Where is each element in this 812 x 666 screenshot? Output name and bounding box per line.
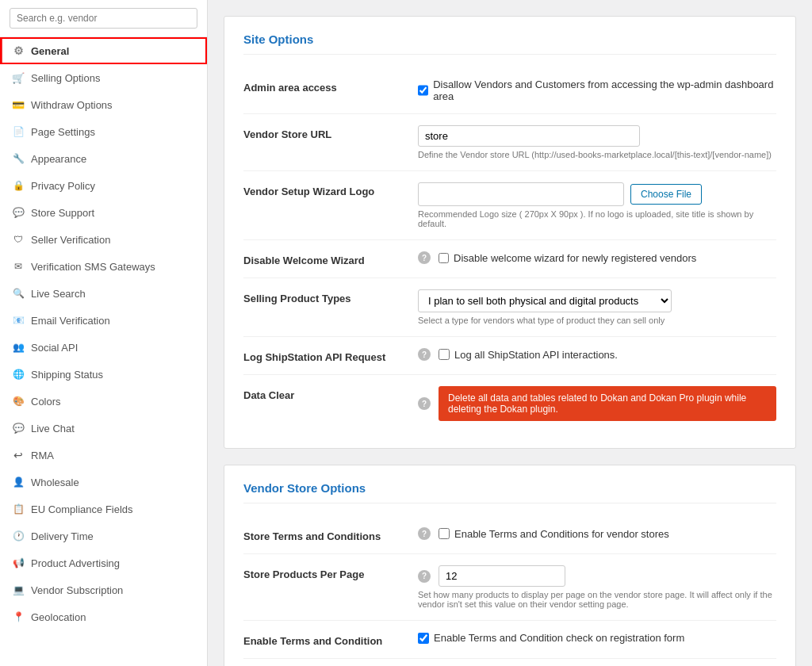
selling-product-types-select[interactable]: I plan to sell both physical and digital… <box>418 289 672 312</box>
admin-area-access-label: Admin area access <box>243 78 402 94</box>
sidebar-item-label: Social API <box>31 342 78 354</box>
cart-icon <box>12 71 25 84</box>
field-store-terms: Store Terms and Conditions ? Enable Term… <box>243 516 776 554</box>
store-terms-checkbox-label: Enable Terms and Conditions for vendor s… <box>454 528 669 540</box>
vendor-store-url-label: Vendor Store URL <box>243 125 402 140</box>
sidebar-item-delivery-time[interactable]: Delivery Time <box>0 522 207 549</box>
store-terms-control: ? Enable Terms and Conditions for vendor… <box>418 527 776 540</box>
store-products-per-page-desc: Set how many products to display per pag… <box>418 590 776 609</box>
advertising-icon <box>12 557 25 569</box>
sidebar-item-label: Live Search <box>31 288 86 300</box>
store-products-per-page-help-icon[interactable]: ? <box>418 570 431 583</box>
sidebar-item-page-settings[interactable]: Page Settings <box>0 118 207 145</box>
sidebar-item-general[interactable]: General <box>0 37 207 64</box>
wholesale-icon <box>12 476 25 488</box>
sidebar-item-label: Verification SMS Gateways <box>31 261 155 273</box>
sidebar-item-colors[interactable]: Colors <box>0 388 207 415</box>
sidebar-search-input[interactable] <box>10 8 197 29</box>
sms-icon <box>12 260 25 273</box>
sidebar-item-live-chat[interactable]: Live Chat <box>0 415 207 442</box>
verify-icon <box>12 233 25 246</box>
sidebar-item-verification-sms[interactable]: Verification SMS Gateways <box>0 253 207 280</box>
store-products-per-page-input[interactable] <box>439 565 565 587</box>
admin-area-access-control: Disallow Vendors and Customers from acce… <box>418 78 776 102</box>
sidebar-item-rma[interactable]: RMA <box>0 442 207 469</box>
log-shipstation-control: ? Log all ShipStation API interactions. <box>418 348 776 361</box>
sidebar: General Selling Options Withdraw Options… <box>0 0 208 666</box>
sidebar-item-social-api[interactable]: Social API <box>0 334 207 361</box>
search-icon <box>12 287 25 300</box>
sidebar-item-live-search[interactable]: Live Search <box>0 280 207 307</box>
disable-welcome-wizard-checkbox-label: Disable welcome wizard for newly registe… <box>454 252 696 264</box>
store-terms-label: Store Terms and Conditions <box>243 527 402 542</box>
sidebar-item-label: Live Chat <box>31 423 75 434</box>
disable-welcome-wizard-row: Disable Welcome Wizard ? Disable welcome… <box>243 251 776 266</box>
sidebar-item-privacy-policy[interactable]: Privacy Policy <box>0 172 207 199</box>
sidebar-item-wholesale[interactable]: Wholesale <box>0 469 207 496</box>
store-terms-help-icon[interactable]: ? <box>418 527 431 540</box>
enable-terms-condition-label: Enable Terms and Condition <box>243 632 402 647</box>
logo-file-path-input[interactable] <box>418 182 624 206</box>
site-options-section: Site Options Admin area access Disallow … <box>224 16 796 449</box>
field-store-products-per-page: Store Products Per Page ? Set how many p… <box>243 554 776 621</box>
sidebar-item-label: Colors <box>31 396 61 408</box>
selling-product-types-label: Selling Product Types <box>243 289 402 304</box>
sidebar-item-store-support[interactable]: Store Support <box>0 199 207 226</box>
sidebar-search-container <box>0 0 207 37</box>
withdraw-icon <box>12 98 25 111</box>
field-selling-product-types: Selling Product Types I plan to sell bot… <box>243 278 776 337</box>
store-terms-row: ? Enable Terms and Conditions for vendor… <box>418 527 776 540</box>
sidebar-item-product-advertising[interactable]: Product Advertising <box>0 549 207 576</box>
sidebar-item-eu-compliance[interactable]: EU Compliance Fields <box>0 496 207 522</box>
sidebar-item-shipping-status[interactable]: Shipping Status <box>0 361 207 388</box>
admin-area-access-row: Disallow Vendors and Customers from acce… <box>418 78 776 102</box>
disable-welcome-wizard-checkbox[interactable] <box>439 253 449 263</box>
delivery-icon <box>12 530 25 542</box>
vendor-store-options-section: Vendor Store Options Store Terms and Con… <box>224 465 796 666</box>
sidebar-item-label: Geolocation <box>31 611 86 623</box>
subscription-icon <box>12 584 25 596</box>
email-icon <box>12 314 25 327</box>
admin-area-access-checkbox[interactable] <box>418 85 428 96</box>
store-terms-checkbox[interactable] <box>439 528 450 539</box>
field-vendor-setup-wizard-logo: Vendor Setup Wizard Logo Choose File Rec… <box>243 171 776 240</box>
log-shipstation-help-icon[interactable]: ? <box>418 348 431 361</box>
app-layout: General Selling Options Withdraw Options… <box>0 0 812 666</box>
eu-icon <box>12 503 25 515</box>
sidebar-item-geolocation[interactable]: Geolocation <box>0 603 207 630</box>
vendor-setup-wizard-logo-label: Vendor Setup Wizard Logo <box>243 182 402 197</box>
disable-welcome-wizard-help-icon[interactable]: ? <box>418 251 431 264</box>
data-clear-help-icon[interactable]: ? <box>418 397 431 410</box>
colors-icon <box>12 395 25 408</box>
site-options-title: Site Options <box>243 33 776 55</box>
main-content: Site Options Admin area access Disallow … <box>208 0 812 666</box>
sidebar-item-label: Selling Options <box>31 72 100 84</box>
enable-terms-condition-control: Enable Terms and Condition check on regi… <box>418 632 776 644</box>
data-clear-control: ? Delete all data and tables related to … <box>418 386 776 421</box>
sidebar-item-selling-options[interactable]: Selling Options <box>0 64 207 91</box>
sidebar-item-label: Email Verification <box>31 315 110 327</box>
log-shipstation-checkbox[interactable] <box>439 349 450 360</box>
sidebar-item-withdraw-options[interactable]: Withdraw Options <box>0 91 207 118</box>
sidebar-item-label: Privacy Policy <box>31 180 95 192</box>
sidebar-item-vendor-subscription[interactable]: Vendor Subscription <box>0 576 207 603</box>
sidebar-item-email-verification[interactable]: Email Verification <box>0 307 207 334</box>
sidebar-item-appearance[interactable]: Appearance <box>0 145 207 172</box>
log-shipstation-label: Log ShipStation API Request <box>243 348 402 363</box>
data-clear-alert: Delete all data and tables related to Do… <box>439 386 776 421</box>
gear-icon <box>12 44 25 57</box>
selling-product-types-control: I plan to sell both physical and digital… <box>418 289 776 325</box>
vendor-store-url-input[interactable] <box>418 125 640 147</box>
sidebar-item-seller-verification[interactable]: Seller Verification <box>0 226 207 253</box>
store-products-per-page-label: Store Products Per Page <box>243 565 402 580</box>
choose-file-button[interactable]: Choose File <box>630 184 702 205</box>
enable-terms-condition-checkbox[interactable] <box>418 633 429 644</box>
vendor-setup-wizard-logo-desc: Recommended Logo size ( 270px X 90px ). … <box>418 209 776 228</box>
enable-terms-condition-checkbox-label: Enable Terms and Condition check on regi… <box>434 632 684 644</box>
sidebar-item-label: General <box>31 45 69 57</box>
vendor-store-url-control: Define the Vendor store URL (http://used… <box>418 125 776 159</box>
vendor-setup-wizard-logo-control: Choose File Recommended Logo size ( 270p… <box>418 182 776 228</box>
log-shipstation-checkbox-label: Log all ShipStation API interactions. <box>454 349 618 361</box>
sidebar-item-label: Wholesale <box>31 477 79 488</box>
enable-terms-condition-row: Enable Terms and Condition check on regi… <box>418 632 776 644</box>
